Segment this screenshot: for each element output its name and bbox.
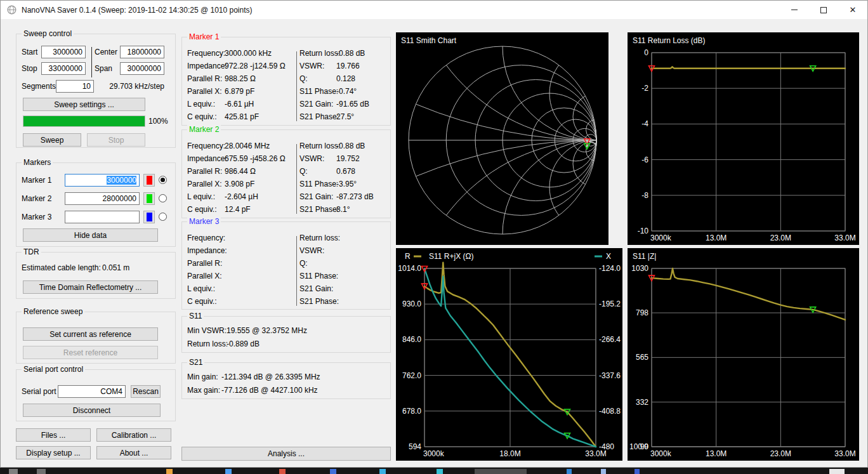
- start-input[interactable]: 3000000: [41, 46, 86, 58]
- marker-3-color-button[interactable]: [143, 211, 155, 223]
- field-label: Frequency:: [187, 140, 225, 152]
- svg-text:-195.2: -195.2: [599, 300, 621, 308]
- analysis-button[interactable]: Analysis ...: [181, 447, 391, 461]
- field-value: -0.74°: [336, 85, 357, 98]
- s11-return-loss-chart[interactable]: 0-2-4-6-8-103000k13.0M23.0M33.0MS11 Retu…: [628, 32, 859, 245]
- calibration-button[interactable]: Calibration ...: [96, 428, 171, 442]
- s11-summary-panel: S11 Min VSWR: 19.555 @ 32.3752 MHz Retur…: [181, 316, 391, 353]
- center-input[interactable]: 18000000: [120, 46, 164, 58]
- field-value: -91.65 dB: [336, 98, 369, 110]
- minimize-button[interactable]: [780, 1, 809, 19]
- segments-input[interactable]: 10: [56, 80, 94, 93]
- field-label: Return loss:: [299, 232, 340, 244]
- field-label: Min VSWR:: [187, 324, 227, 337]
- field-label: S21 Phase:: [299, 110, 339, 123]
- field-label: Impedance:: [187, 152, 227, 165]
- svg-text:678.0: 678.0: [402, 407, 421, 416]
- pinned-app-icon-4[interactable]: [330, 469, 336, 474]
- field-value: -87.273 dB: [336, 190, 374, 203]
- pinned-app-icon-3[interactable]: [279, 469, 286, 474]
- field-value: -77.126 dB @ 4427.100 kHz: [221, 384, 318, 397]
- field-label: S21 Gain:: [299, 98, 333, 110]
- tray-box[interactable]: [829, 469, 845, 474]
- svg-text:18.0M: 18.0M: [499, 449, 520, 458]
- tray-icon-1[interactable]: [567, 469, 572, 474]
- progress-fill: [23, 116, 145, 126]
- disconnect-button[interactable]: Disconnect: [23, 404, 161, 417]
- field-label: Frequency:: [187, 232, 225, 244]
- set-reference-button[interactable]: Set current as reference: [23, 327, 158, 341]
- pinned-app-icon-2[interactable]: [225, 469, 232, 474]
- serial-port-group: Serial port control Serial port COM4 Res…: [16, 369, 176, 421]
- field-value: 0.128: [336, 72, 355, 85]
- field-label: Min gain:: [187, 371, 218, 383]
- files-button[interactable]: Files ...: [16, 428, 91, 442]
- sweep-button[interactable]: Sweep: [23, 133, 81, 147]
- column-divider: [91, 47, 92, 77]
- field-value: -0.889 dB: [227, 338, 260, 350]
- tray-icon-3[interactable]: [635, 469, 640, 474]
- field-label: Parallel R:: [187, 72, 222, 85]
- svg-text:-10: -10: [638, 227, 649, 235]
- s11-panel-title: S11: [187, 312, 204, 321]
- field-label: Impedance:: [187, 244, 227, 257]
- titlebar: NanoVNA Saver 0.1.4 (Sweep: 2019-11-02 1…: [1, 1, 867, 19]
- svg-text:798: 798: [636, 308, 648, 317]
- start-button[interactable]: [9, 469, 18, 474]
- app-icon: [6, 5, 16, 15]
- marker-2-color-button[interactable]: [143, 192, 155, 205]
- s11-smith-chart[interactable]: S11 Smith Chart: [396, 32, 608, 245]
- stop-button[interactable]: Stop: [87, 133, 145, 147]
- close-button[interactable]: ✕: [838, 1, 867, 19]
- marker-1-radio[interactable]: [159, 176, 167, 184]
- field-label: S21 Phase:: [299, 203, 339, 216]
- s11-rjx-chart[interactable]: 1014.0930.0846.0762.0678.0594-124.0-195.…: [396, 248, 622, 461]
- tdr-button[interactable]: Time Domain Reflectometry ...: [23, 280, 158, 294]
- pinned-app-icon-5[interactable]: [379, 469, 386, 474]
- search-icon[interactable]: [37, 469, 46, 474]
- pinned-app-icon-1[interactable]: [166, 469, 173, 474]
- serial-port-input[interactable]: COM4: [58, 385, 126, 398]
- field-value: 3000.000 kHz: [225, 47, 272, 60]
- reset-reference-button[interactable]: Reset reference: [23, 346, 158, 359]
- svg-text:-6: -6: [641, 155, 648, 164]
- svg-text:594: 594: [409, 442, 421, 451]
- maximize-button[interactable]: [809, 1, 838, 19]
- svg-text:3000k: 3000k: [423, 449, 445, 458]
- hide-data-button[interactable]: Hide data: [23, 228, 158, 242]
- marker-1-panel: Marker 1 Frequency:3000.000 kHzReturn lo…: [181, 37, 391, 126]
- tray-icon-2[interactable]: [601, 469, 606, 474]
- screen: NanoVNA Saver 0.1.4 (Sweep: 2019-11-02 1…: [0, 0, 868, 474]
- svg-text:-337.6: -337.6: [599, 371, 621, 380]
- marker-3-panel: Marker 3 Frequency:Return loss:Impedance…: [181, 221, 391, 310]
- span-input[interactable]: 30000000: [120, 62, 164, 75]
- marker-2-frequency-input[interactable]: 28000000: [65, 192, 140, 205]
- marker-3-radio[interactable]: [159, 213, 167, 221]
- about-button[interactable]: About ...: [96, 446, 171, 459]
- field-label: L equiv.:: [187, 98, 215, 110]
- marker-1-frequency-input[interactable]: 3000000: [65, 174, 140, 187]
- group-title: Serial port control: [22, 365, 85, 374]
- active-app-button[interactable]: [475, 469, 527, 474]
- stop-input[interactable]: 33000000: [41, 62, 86, 75]
- sweep-progress-bar: [23, 115, 145, 127]
- rescan-button[interactable]: Rescan: [131, 385, 161, 398]
- marker-3-frequency-input[interactable]: [65, 211, 140, 223]
- center-label: Center: [95, 46, 117, 58]
- field-label: S21 Gain:: [299, 282, 333, 295]
- sweep-settings-button[interactable]: Sweep settings ...: [23, 98, 145, 111]
- s11-z-chart[interactable]: 103079856533299100.03000k13.0M23.0M33.0M…: [628, 248, 859, 461]
- field-label: S21 Phase:: [299, 295, 339, 308]
- field-value: -0.88 dB: [336, 140, 365, 152]
- taskbar[interactable]: [0, 468, 868, 474]
- pinned-app-icon-6[interactable]: [437, 469, 443, 474]
- marker-1-color-button[interactable]: [143, 174, 155, 187]
- svg-text:S11 Return Loss (dB): S11 Return Loss (dB): [633, 36, 706, 45]
- display-setup-button[interactable]: Display setup ...: [16, 446, 91, 459]
- marker-row-label: Marker 1: [22, 174, 51, 187]
- window-title: NanoVNA Saver 0.1.4 (Sweep: 2019-11-02 1…: [22, 6, 253, 15]
- field-label: Frequency:: [187, 47, 225, 60]
- field-label: C equiv.:: [187, 203, 216, 216]
- marker-2-radio[interactable]: [159, 194, 167, 202]
- field-label: Parallel X:: [187, 85, 222, 98]
